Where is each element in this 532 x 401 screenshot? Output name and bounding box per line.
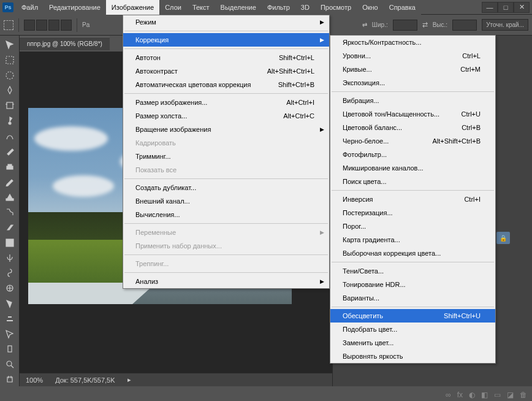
adjust-menu-item-15[interactable]: Порог... (330, 220, 495, 233)
adjust-menu-item-9[interactable]: Фотофильтр... (330, 148, 495, 161)
logo-text: Ps (2, 2, 13, 12)
image-menu-item-12[interactable]: Тримминг... (123, 150, 329, 163)
layers-footer-icon-2[interactable]: ◐ (469, 391, 475, 399)
menu-просмотр[interactable]: Просмотр (315, 0, 357, 15)
menu-3d[interactable]: 3D (295, 0, 315, 15)
maximize-button[interactable]: □ (498, 2, 514, 13)
adjust-menu-item-21[interactable]: Варианты... (330, 291, 495, 305)
gradient-tool[interactable] (2, 205, 17, 219)
svg-rect-6 (6, 239, 13, 246)
close-button[interactable]: ✕ (514, 2, 530, 13)
adjust-menu-item-8[interactable]: Черно-белое...Alt+Shift+Ctrl+B (330, 134, 495, 148)
menu-справка[interactable]: Справка (384, 0, 421, 15)
mode-subtract-icon[interactable] (48, 20, 59, 31)
layers-footer-icon-6[interactable]: 🗑 (520, 391, 527, 399)
status-arrow-icon[interactable]: ▸ (127, 376, 131, 384)
height-input[interactable] (452, 20, 477, 31)
image-menu-item-5[interactable]: АвтоконтрастAlt+Shift+Ctrl+L (123, 64, 329, 78)
adjust-menu-item-3[interactable]: Экспозиция... (330, 76, 495, 90)
menu-фильтр[interactable]: Фильтр (262, 0, 295, 15)
adjust-menu-item-2[interactable]: Кривые...Ctrl+M (330, 63, 495, 76)
image-menu-item-8[interactable]: Размер изображения...Alt+Ctrl+I (123, 96, 329, 109)
pen-tool[interactable] (2, 251, 17, 265)
menu-редактирование[interactable]: Редактирование (44, 0, 106, 15)
stamp-tool[interactable] (2, 160, 17, 174)
menu-файл[interactable]: Файл (16, 0, 44, 15)
rectangle-tool[interactable] (2, 297, 17, 310)
image-menu-item-16[interactable]: Внешний канал... (123, 194, 329, 208)
menu-item-label: Тени/Света... (343, 267, 384, 275)
adjust-menu-item-16[interactable]: Карта градиента... (330, 233, 495, 246)
healing-tool[interactable] (2, 129, 17, 143)
layers-footer-icon-0[interactable]: ∞ (446, 391, 451, 399)
adjust-menu-item-23[interactable]: ОбесцветитьShift+Ctrl+U (330, 309, 495, 323)
history-brush-tool[interactable] (2, 175, 17, 188)
menu-выделение[interactable]: Выделение (215, 0, 262, 15)
image-menu-item-10[interactable]: Вращение изображения▶ (123, 123, 329, 136)
refine-edge-button[interactable]: Уточн. край... (482, 19, 528, 31)
path-tool[interactable] (2, 281, 17, 295)
image-menu-item-9[interactable]: Размер холста...Alt+Ctrl+C (123, 109, 329, 123)
lasso-tool[interactable] (2, 69, 17, 82)
image-menu-separator (124, 178, 328, 179)
quick-mask-tool[interactable] (2, 357, 17, 371)
type-tool[interactable] (2, 266, 17, 280)
screen-mode-tool[interactable] (2, 373, 17, 386)
adjust-menu-item-17[interactable]: Выборочная коррекция цвета... (330, 246, 495, 260)
crop-tool[interactable] (2, 99, 17, 112)
adjust-menu-item-26[interactable]: Выровнять яркость (330, 349, 495, 363)
image-menu-item-6[interactable]: Автоматическая цветовая коррекцияShift+C… (123, 78, 329, 91)
magic-wand-tool[interactable] (2, 83, 17, 97)
fg-bg-tool[interactable] (2, 343, 17, 356)
image-menu-item-4[interactable]: АвтотонShift+Ctrl+L (123, 51, 329, 64)
mode-add-icon[interactable] (36, 20, 47, 31)
layers-footer-icon-4[interactable]: ▭ (494, 391, 501, 399)
adjust-menu-item-13[interactable]: ИнверсияCtrl+I (330, 193, 495, 206)
hand-tool[interactable] (2, 312, 17, 326)
shortcut-label: Ctrl+M (460, 66, 481, 73)
shortcut-label: Shift+Ctrl+U (444, 312, 481, 319)
mode-intersect-icon[interactable] (61, 20, 72, 31)
menu-item-label: Коррекция (135, 36, 169, 44)
adjust-menu-item-14[interactable]: Постеризация... (330, 206, 495, 220)
adjust-menu-item-1[interactable]: Уровни...Ctrl+L (330, 49, 495, 63)
image-menu-item-15[interactable]: Создать дубликат... (123, 181, 329, 194)
adjust-menu-item-25[interactable]: Заменить цвет... (330, 336, 495, 349)
adjust-menu-item-6[interactable]: Цветовой тон/Насыщенность...Ctrl+U (330, 107, 495, 121)
layers-footer-icon-3[interactable]: ◧ (481, 391, 488, 399)
blur-tool[interactable] (2, 221, 17, 234)
image-menu-item-24[interactable]: Анализ▶ (123, 275, 329, 288)
menu-изображение[interactable]: Изображение (106, 0, 159, 15)
menu-окно[interactable]: Окно (357, 0, 384, 15)
adjust-menu-item-7[interactable]: Цветовой баланс...Ctrl+B (330, 121, 495, 134)
mode-new-icon[interactable] (24, 20, 35, 31)
image-menu-item-2[interactable]: Коррекция▶ (123, 33, 329, 47)
eraser-tool[interactable] (2, 190, 17, 204)
adjust-menu-item-11[interactable]: Поиск цвета... (330, 175, 495, 188)
document-tab[interactable]: nпnp.jpg @ 100% (RGB/8*) (20, 37, 110, 50)
adjust-menu-item-20[interactable]: Тонирование HDR... (330, 278, 495, 291)
brush-tool[interactable] (2, 145, 17, 158)
lock-icon[interactable]: 🔒 (496, 232, 510, 244)
eyedropper-tool[interactable] (2, 114, 17, 128)
menu-item-label: Микширование каналов... (343, 164, 424, 172)
adjust-menu-item-0[interactable]: Яркость/Контрастность... (330, 36, 495, 49)
zoom-tool[interactable] (2, 327, 17, 341)
move-tool[interactable] (2, 38, 17, 52)
image-menu-item-0[interactable]: Режим▶ (123, 15, 329, 29)
width-input[interactable] (393, 20, 417, 31)
rect-marquee-tool[interactable] (2, 53, 17, 67)
menu-слои[interactable]: Слои (159, 0, 187, 15)
adjust-menu-item-5[interactable]: Вибрация... (330, 94, 495, 107)
image-menu-item-17[interactable]: Вычисления... (123, 208, 329, 221)
layers-footer-icon-5[interactable]: ◪ (507, 391, 514, 399)
layers-footer-icon-1[interactable]: fx (457, 391, 463, 399)
minimize-button[interactable]: — (482, 2, 498, 13)
zoom-value[interactable]: 100% (26, 376, 43, 384)
adjust-menu-item-24[interactable]: Подобрать цвет... (330, 323, 495, 336)
adjust-menu-item-19[interactable]: Тени/Света... (330, 264, 495, 278)
adjust-menu-item-10[interactable]: Микширование каналов... (330, 161, 495, 175)
dodge-tool[interactable] (2, 236, 17, 250)
tool-preset-icon[interactable] (4, 20, 13, 30)
menu-текст[interactable]: Текст (187, 0, 215, 15)
